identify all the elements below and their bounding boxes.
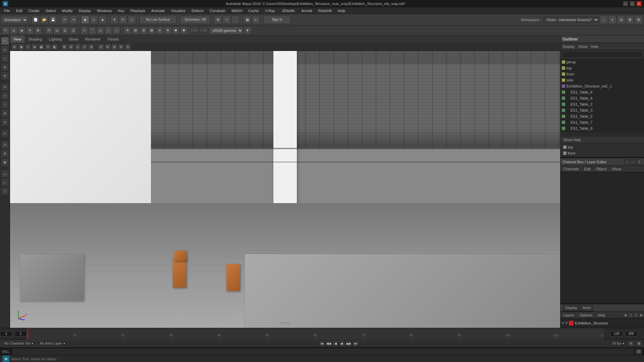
- le-sub-layers[interactable]: Layers: [560, 312, 577, 318]
- animation-mode-dropdown[interactable]: Animation: [1, 16, 28, 23]
- menu-3dtoall[interactable]: -3DtoAll-: [278, 8, 298, 13]
- deform-tool-7[interactable]: ✸: [172, 27, 179, 34]
- workspace-dropdown[interactable]: XGen - Interactive Groom1*: [543, 17, 599, 23]
- snap-grid-button[interactable]: ⊞: [214, 16, 222, 24]
- vp-select-camera-button[interactable]: ⊘: [118, 44, 124, 50]
- close-button[interactable]: ×: [637, 1, 641, 6]
- outliner-item-4[interactable]: Exhibition_Structure_nd1_1: [560, 83, 644, 89]
- cb-tab-edit[interactable]: Edit: [581, 166, 593, 172]
- outliner-help-menu[interactable]: Help: [590, 45, 600, 49]
- le-next2-button[interactable]: ▷: [633, 312, 639, 318]
- outliner-item-8[interactable]: ES1_Table_3: [560, 107, 644, 113]
- le-prev2-button[interactable]: ◁: [628, 312, 633, 318]
- maximize-button[interactable]: □: [630, 1, 635, 6]
- channelbox-icon-2[interactable]: ↓: [631, 159, 636, 165]
- snap-point-button[interactable]: ·: [231, 16, 239, 24]
- menu-visualize[interactable]: Visualize: [168, 8, 188, 13]
- deform-tool-3[interactable]: ⊛: [140, 27, 147, 34]
- select-by-comp-button[interactable]: ◈: [18, 27, 25, 34]
- redo-button[interactable]: ↪: [69, 16, 77, 24]
- view-tab-shading[interactable]: Shading: [25, 36, 46, 43]
- menu-vray[interactable]: V-Ray: [262, 8, 278, 13]
- le-prev-button[interactable]: ◀: [623, 312, 628, 318]
- vp-wireframe-button[interactable]: □: [25, 44, 31, 50]
- menu-constrain[interactable]: Constrain: [207, 8, 228, 13]
- vp-shadow-button[interactable]: ◧: [52, 44, 58, 50]
- sidebar-render-1[interactable]: △: [1, 170, 9, 178]
- view-tab-show[interactable]: Show: [66, 36, 82, 43]
- modeling-toolkit-button[interactable]: ⊠: [626, 16, 634, 24]
- channel-box-toggle[interactable]: ⊟: [617, 16, 625, 24]
- deform-tool-4[interactable]: ⊠: [148, 27, 155, 34]
- timeline-end-input[interactable]: [610, 331, 623, 337]
- snap-curve-button[interactable]: ∿: [223, 16, 231, 24]
- snap-pts-button[interactable]: ⊕: [34, 27, 42, 34]
- cb-tab-object[interactable]: Object: [593, 166, 609, 172]
- deform-tool-2[interactable]: ⊞: [132, 27, 139, 34]
- pb-prev-frame[interactable]: ◀: [332, 341, 338, 347]
- sidebar-show-manipulator[interactable]: ⊙: [1, 129, 9, 137]
- outliner-item-3[interactable]: side: [560, 77, 644, 83]
- vp-isolate-button[interactable]: ⊡: [98, 44, 104, 50]
- outliner-item-1[interactable]: top: [560, 65, 644, 71]
- paint-button[interactable]: ◈: [99, 16, 107, 24]
- menu-playback[interactable]: Playback: [127, 8, 148, 13]
- outliner-item-5[interactable]: ES1_Table_6: [560, 89, 644, 95]
- symmetry-button[interactable]: Symmetry: Off: [180, 16, 210, 24]
- no-anim-layer-button[interactable]: No Anim Layer ▾: [38, 341, 67, 347]
- le-tab-display[interactable]: Display: [562, 304, 580, 311]
- sidebar-render-2[interactable]: ▷: [1, 178, 9, 186]
- select-tool-button[interactable]: ◆: [81, 16, 89, 24]
- deform-tool-8[interactable]: ✹: [180, 27, 187, 34]
- menu-modify[interactable]: Modify: [59, 8, 75, 13]
- pb-step-back[interactable]: ◀◀: [326, 341, 332, 347]
- menu-cache[interactable]: Cache: [246, 8, 262, 13]
- deform-tool-6[interactable]: ✷: [164, 27, 171, 34]
- vp-pause-button[interactable]: ⏸: [88, 44, 94, 50]
- minimize-button[interactable]: –: [623, 1, 628, 6]
- move-tool-button[interactable]: ✛: [110, 16, 118, 24]
- toggle-ui-button[interactable]: ≡: [608, 16, 616, 24]
- curve-tool-3[interactable]: ∪: [97, 27, 104, 34]
- render-button[interactable]: ▷: [252, 16, 260, 24]
- sidebar-rotate[interactable]: ↻: [1, 92, 9, 100]
- deform-tool-5[interactable]: ✶: [156, 27, 163, 34]
- sidebar-layout3-btn[interactable]: ▦: [1, 158, 9, 166]
- outliner-display-menu[interactable]: Display: [562, 45, 576, 49]
- menu-create[interactable]: Create: [26, 8, 42, 13]
- show-help-row[interactable]: Show Help: [560, 136, 644, 143]
- le-next-button[interactable]: ▶: [639, 312, 644, 318]
- pb-goto-start[interactable]: ⏮: [319, 341, 325, 347]
- curve-tool-5[interactable]: ⌓: [113, 27, 120, 34]
- open-scene-button[interactable]: 📂: [40, 16, 48, 24]
- colorspace-options-button[interactable]: ▼: [244, 27, 251, 34]
- vp-camera-button[interactable]: ⊕: [11, 44, 17, 50]
- sidebar-move[interactable]: ✛: [1, 83, 9, 91]
- cb-tab-show[interactable]: Show: [609, 166, 624, 172]
- poly-tool-2[interactable]: ⊔: [53, 27, 61, 34]
- attribute-editor-button[interactable]: ⊞: [635, 16, 643, 24]
- live-surface-button[interactable]: No Live Surface: [140, 16, 176, 24]
- vp-smooth-button[interactable]: ◈: [32, 44, 38, 50]
- sidebar-scale[interactable]: ⤡: [1, 101, 9, 109]
- poly-tool-3[interactable]: ⊏: [61, 27, 69, 34]
- lasso-button[interactable]: ◇: [90, 16, 98, 24]
- outliner-item-11[interactable]: ES1_Table_8: [560, 125, 644, 131]
- sidebar-paint-select[interactable]: ⌀: [1, 46, 9, 54]
- menu-file[interactable]: File: [1, 8, 13, 13]
- undo-button[interactable]: ↩: [61, 16, 69, 24]
- view-tab-lighting[interactable]: Lighting: [46, 36, 66, 43]
- frame-input-2[interactable]: [15, 331, 27, 337]
- current-frame-input[interactable]: [0, 331, 12, 337]
- scale-tool-button[interactable]: ⤡: [128, 16, 136, 24]
- rotate-tool-button[interactable]: ↻: [119, 16, 127, 24]
- vp-hypershade-button[interactable]: ⊜: [105, 44, 111, 50]
- le-sub-options[interactable]: Options: [577, 312, 595, 318]
- arrow-select-button[interactable]: ↖: [2, 27, 9, 34]
- vp-lights-button[interactable]: ☀: [45, 44, 51, 50]
- vp-shading-button[interactable]: ◑: [18, 44, 24, 50]
- vp-grid-button[interactable]: ⊞: [61, 44, 67, 50]
- menu-edit[interactable]: Edit: [13, 8, 25, 13]
- deform-tool-1[interactable]: ✛: [124, 27, 131, 34]
- view-tab-panels[interactable]: Panels: [104, 36, 123, 43]
